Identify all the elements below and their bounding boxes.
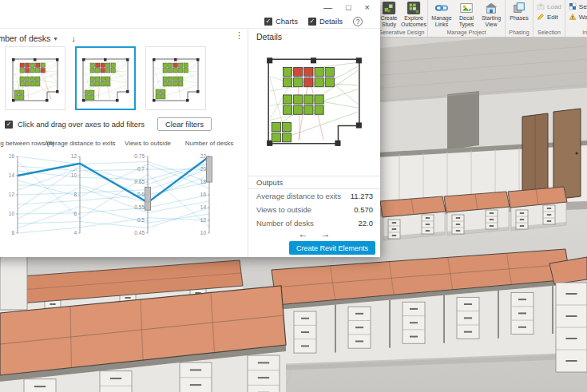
ribbon-button-starting-view[interactable]: Starting View	[479, 1, 503, 27]
ribbon-button-manage-links[interactable]: Manage Links	[430, 1, 454, 27]
output-label: Views to outside	[248, 205, 311, 217]
svg-text:0.75: 0.75	[134, 153, 145, 159]
thumbnail-floorplan	[9, 53, 61, 104]
decal-icon	[459, 1, 474, 15]
ribbon-button-label: Edit	[547, 14, 558, 21]
thumbnail-floorplan	[79, 53, 132, 104]
overflow-menu-icon[interactable]: ⋮	[235, 30, 244, 41]
svg-text:Views to outside: Views to outside	[125, 140, 172, 147]
svg-text:12: 12	[9, 192, 15, 197]
ribbon-button-label: Explore Outcomes	[401, 15, 426, 27]
svg-text:14: 14	[9, 172, 15, 178]
ribbon-panel-label: Phasing	[506, 29, 533, 37]
svg-text:4: 4	[73, 230, 77, 236]
ribbon-button-warnings[interactable]: Warnings	[567, 12, 587, 22]
outcome-thumbnail-3[interactable]	[145, 46, 206, 110]
ribbon-panel-buttons: Create StudyExplore Outcomes	[375, 0, 427, 29]
ribbon-button-load[interactable]: Load	[535, 2, 563, 11]
ribbon-panel-buttons: Phases	[506, 0, 533, 29]
details-panel-title: Details	[256, 32, 282, 42]
selectid-icon	[569, 2, 577, 10]
details-checkbox[interactable]: ✓ Details	[308, 17, 343, 26]
ribbon-button-edit[interactable]: Edit	[535, 12, 560, 22]
close-button[interactable]: ×	[365, 3, 370, 12]
ribbon-button-label: Create Study	[377, 15, 401, 27]
chevron-down-icon: ▾	[54, 35, 57, 42]
outcomes-parallel-chart[interactable]: Spacing between rows (ft)810121416Averag…	[0, 136, 248, 240]
startview-icon	[484, 1, 498, 15]
ribbon-button-decal-types[interactable]: Decal Types	[454, 1, 478, 27]
dialog-titlebar[interactable]: — □ ×	[0, 0, 380, 14]
maximize-button[interactable]: □	[346, 3, 351, 12]
outcome-pager: ← →	[248, 228, 380, 240]
axis-brush[interactable]	[145, 187, 151, 210]
revit-window: Create StudyExplore OutcomesGenerative D…	[0, 0, 587, 392]
ribbon-button-label: Manage Links	[430, 15, 454, 27]
checkbox-checked-icon: ✓	[264, 18, 272, 26]
ribbon-panel-buttons: Manage LinksDecal TypesStarting View	[428, 0, 505, 29]
ribbon-panel-label: Inquiry	[565, 29, 587, 37]
edit-icon	[537, 13, 545, 21]
ribbon-panel-phasing: PhasesPhasing	[506, 0, 533, 37]
axis-brush[interactable]	[207, 156, 212, 182]
ribbon-button-label: Warnings	[579, 14, 587, 21]
details-label: Details	[319, 17, 343, 26]
ribbon-button-label: Starting View	[479, 15, 503, 27]
filter-row: ✓ Click and drag over axes to add filter…	[5, 117, 212, 131]
ribbon-panel-label: Selection	[533, 29, 565, 37]
sort-dropdown-value: Number of desks	[0, 34, 50, 43]
ribbon-panel-buttons: Select by IDWarnings	[565, 0, 587, 29]
clear-filters-button[interactable]: Clear filters	[157, 117, 212, 131]
next-outcome-button[interactable]: →	[321, 228, 331, 240]
svg-text:8: 8	[11, 230, 14, 236]
details-panel: Details Outputs Average distance to exit…	[248, 29, 380, 257]
ribbon-panel-label: Generative Design	[375, 29, 427, 37]
output-row: Average distance to exits 11.273	[248, 192, 380, 204]
ribbon-button-label: Phases	[510, 15, 528, 22]
svg-text:8: 8	[73, 192, 77, 197]
ribbon-button-phases[interactable]: Phases	[507, 1, 531, 22]
ribbon-button-label: Decal Types	[454, 15, 478, 27]
phases-icon	[512, 1, 526, 15]
ribbon-button-explore-outcomes[interactable]: Explore Outcomes	[402, 1, 426, 27]
svg-text:12: 12	[71, 153, 77, 159]
study-icon	[382, 1, 396, 15]
svg-text:Number of desks: Number of desks	[185, 140, 233, 147]
ribbon-panel-generative-design: Create StudyExplore OutcomesGenerative D…	[375, 0, 428, 37]
charts-checkbox[interactable]: ✓ Charts	[264, 17, 298, 26]
ribbon-panels: Create StudyExplore OutcomesGenerative D…	[375, 0, 587, 37]
ribbon-panel-selection: LoadEditSelection	[533, 0, 565, 37]
sort-direction-button[interactable]: ↓	[71, 34, 76, 43]
checkbox-checked-icon[interactable]: ✓	[5, 121, 13, 129]
outcome-thumbnail-2[interactable]	[75, 46, 136, 110]
outcome-thumbnails	[5, 46, 206, 110]
ribbon-button-create-study[interactable]: Create Study	[377, 1, 401, 27]
help-icon[interactable]: ?	[353, 17, 363, 26]
filter-checkbox-label: Click and drag over axes to add filters	[18, 120, 145, 129]
output-label: Average distance to exits	[248, 192, 341, 204]
svg-text:10: 10	[200, 230, 207, 236]
svg-text:10: 10	[9, 211, 15, 216]
svg-text:0.55: 0.55	[134, 204, 145, 210]
ribbon-panel-inquiry: Select by IDWarningsInquiry	[565, 0, 587, 37]
ribbon-button-label: Load	[547, 3, 561, 10]
dialog-header: ✓ Charts ✓ Details ?	[0, 14, 380, 29]
outputs-header: Outputs	[248, 176, 380, 189]
warnings-icon	[569, 13, 577, 21]
output-value: 0.570	[354, 205, 380, 217]
selected-outcome-floorplan	[260, 48, 367, 150]
svg-text:0.45: 0.45	[134, 230, 145, 236]
sort-row: Number of desks ▾ ↓	[0, 32, 76, 45]
ribbon-panel-manage-project: Manage LinksDecal TypesStarting ViewMana…	[428, 0, 506, 37]
outcome-line	[18, 218, 209, 233]
ribbon-button-select-by-id[interactable]: Select by ID	[567, 2, 587, 11]
minimize-button[interactable]: —	[323, 3, 332, 12]
svg-text:22: 22	[200, 153, 207, 159]
thumbnail-floorplan	[149, 53, 202, 104]
ribbon-panel-buttons: LoadEdit	[533, 0, 565, 29]
charts-label: Charts	[276, 17, 298, 26]
sort-dropdown[interactable]: Number of desks ▾	[0, 34, 57, 43]
outcome-thumbnail-1[interactable]	[5, 46, 65, 110]
previous-outcome-button[interactable]: ←	[299, 228, 308, 240]
create-revit-elements-button[interactable]: Create Revit Elements	[289, 241, 375, 255]
